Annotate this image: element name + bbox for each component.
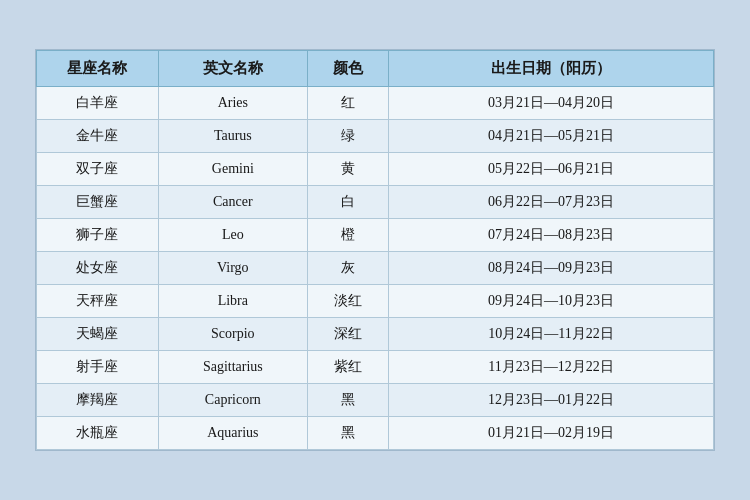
- cell-zh: 狮子座: [37, 219, 159, 252]
- zodiac-table-container: 星座名称 英文名称 颜色 出生日期（阳历） 白羊座Aries红03月21日—04…: [35, 49, 715, 451]
- cell-en: Leo: [158, 219, 307, 252]
- cell-date: 12月23日—01月22日: [389, 384, 714, 417]
- cell-date: 04月21日—05月21日: [389, 120, 714, 153]
- cell-zh: 射手座: [37, 351, 159, 384]
- header-date: 出生日期（阳历）: [389, 51, 714, 87]
- cell-zh: 天蝎座: [37, 318, 159, 351]
- table-row: 射手座Sagittarius紫红11月23日—12月22日: [37, 351, 714, 384]
- table-row: 双子座Gemini黄05月22日—06月21日: [37, 153, 714, 186]
- table-header-row: 星座名称 英文名称 颜色 出生日期（阳历）: [37, 51, 714, 87]
- table-row: 狮子座Leo橙07月24日—08月23日: [37, 219, 714, 252]
- table-row: 金牛座Taurus绿04月21日—05月21日: [37, 120, 714, 153]
- cell-en: Libra: [158, 285, 307, 318]
- cell-color: 绿: [307, 120, 388, 153]
- cell-zh: 白羊座: [37, 87, 159, 120]
- table-row: 水瓶座Aquarius黑01月21日—02月19日: [37, 417, 714, 450]
- cell-color: 黄: [307, 153, 388, 186]
- table-body: 白羊座Aries红03月21日—04月20日金牛座Taurus绿04月21日—0…: [37, 87, 714, 450]
- cell-en: Aquarius: [158, 417, 307, 450]
- table-row: 天秤座Libra淡红09月24日—10月23日: [37, 285, 714, 318]
- cell-color: 灰: [307, 252, 388, 285]
- cell-date: 05月22日—06月21日: [389, 153, 714, 186]
- cell-en: Capricorn: [158, 384, 307, 417]
- table-row: 处女座Virgo灰08月24日—09月23日: [37, 252, 714, 285]
- cell-color: 红: [307, 87, 388, 120]
- cell-zh: 双子座: [37, 153, 159, 186]
- cell-en: Sagittarius: [158, 351, 307, 384]
- cell-date: 09月24日—10月23日: [389, 285, 714, 318]
- table-row: 白羊座Aries红03月21日—04月20日: [37, 87, 714, 120]
- header-en: 英文名称: [158, 51, 307, 87]
- cell-zh: 摩羯座: [37, 384, 159, 417]
- cell-zh: 处女座: [37, 252, 159, 285]
- cell-color: 黑: [307, 384, 388, 417]
- cell-date: 06月22日—07月23日: [389, 186, 714, 219]
- cell-en: Aries: [158, 87, 307, 120]
- cell-color: 淡红: [307, 285, 388, 318]
- cell-en: Virgo: [158, 252, 307, 285]
- zodiac-table: 星座名称 英文名称 颜色 出生日期（阳历） 白羊座Aries红03月21日—04…: [36, 50, 714, 450]
- cell-zh: 天秤座: [37, 285, 159, 318]
- table-row: 天蝎座Scorpio深红10月24日—11月22日: [37, 318, 714, 351]
- cell-date: 07月24日—08月23日: [389, 219, 714, 252]
- table-row: 摩羯座Capricorn黑12月23日—01月22日: [37, 384, 714, 417]
- cell-zh: 水瓶座: [37, 417, 159, 450]
- table-row: 巨蟹座Cancer白06月22日—07月23日: [37, 186, 714, 219]
- cell-color: 橙: [307, 219, 388, 252]
- cell-color: 白: [307, 186, 388, 219]
- cell-date: 08月24日—09月23日: [389, 252, 714, 285]
- cell-en: Scorpio: [158, 318, 307, 351]
- cell-date: 03月21日—04月20日: [389, 87, 714, 120]
- cell-en: Cancer: [158, 186, 307, 219]
- cell-color: 紫红: [307, 351, 388, 384]
- cell-date: 01月21日—02月19日: [389, 417, 714, 450]
- header-zh: 星座名称: [37, 51, 159, 87]
- cell-zh: 金牛座: [37, 120, 159, 153]
- cell-color: 深红: [307, 318, 388, 351]
- cell-date: 11月23日—12月22日: [389, 351, 714, 384]
- cell-color: 黑: [307, 417, 388, 450]
- cell-en: Gemini: [158, 153, 307, 186]
- cell-en: Taurus: [158, 120, 307, 153]
- cell-date: 10月24日—11月22日: [389, 318, 714, 351]
- cell-zh: 巨蟹座: [37, 186, 159, 219]
- header-color: 颜色: [307, 51, 388, 87]
